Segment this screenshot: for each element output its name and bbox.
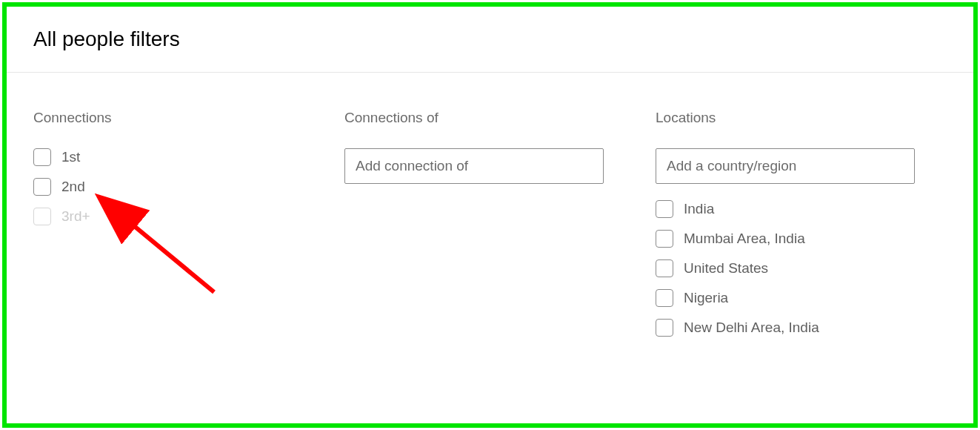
- checkbox-1st[interactable]: [33, 148, 51, 166]
- header: All people filters: [7, 7, 973, 73]
- checkbox-label-us: United States: [684, 260, 768, 277]
- checkbox-label-2nd: 2nd: [61, 179, 85, 195]
- checkbox-us[interactable]: [656, 259, 673, 277]
- locations-label: Locations: [656, 110, 952, 126]
- checkbox-label-nigeria: Nigeria: [684, 290, 728, 306]
- connections-of-section: Connections of: [344, 110, 656, 348]
- locations-input[interactable]: [656, 148, 915, 184]
- checkbox-3rd: [33, 208, 51, 225]
- connections-label: Connections: [33, 110, 344, 126]
- connection-option-1st[interactable]: 1st: [33, 148, 344, 166]
- locations-section: Locations India Mumbai Area, India Unite…: [656, 110, 952, 348]
- connections-of-label: Connections of: [344, 110, 656, 126]
- page-title: All people filters: [33, 27, 973, 51]
- connection-option-3rd: 3rd+: [33, 208, 344, 225]
- location-option-newdelhi[interactable]: New Delhi Area, India: [656, 319, 952, 337]
- checkbox-label-mumbai: Mumbai Area, India: [684, 231, 805, 247]
- location-option-mumbai[interactable]: Mumbai Area, India: [656, 230, 952, 248]
- connections-section: Connections 1st 2nd 3rd+: [33, 110, 344, 348]
- checkbox-india[interactable]: [656, 200, 673, 218]
- checkbox-nigeria[interactable]: [656, 289, 673, 307]
- checkbox-mumbai[interactable]: [656, 230, 673, 248]
- connections-of-input[interactable]: [344, 148, 604, 184]
- filter-columns: Connections 1st 2nd 3rd+ Connections of …: [7, 73, 973, 348]
- checkbox-label-newdelhi: New Delhi Area, India: [684, 320, 819, 336]
- connection-option-2nd[interactable]: 2nd: [33, 178, 344, 196]
- checkbox-label-1st: 1st: [61, 149, 80, 165]
- checkbox-newdelhi[interactable]: [656, 319, 673, 337]
- checkbox-label-india: India: [684, 201, 714, 217]
- checkbox-2nd[interactable]: [33, 178, 51, 196]
- location-option-india[interactable]: India: [656, 200, 952, 218]
- filters-panel: All people filters Connections 1st 2nd 3…: [2, 2, 978, 428]
- location-option-us[interactable]: United States: [656, 259, 952, 277]
- checkbox-label-3rd: 3rd+: [61, 208, 90, 225]
- location-option-nigeria[interactable]: Nigeria: [656, 289, 952, 307]
